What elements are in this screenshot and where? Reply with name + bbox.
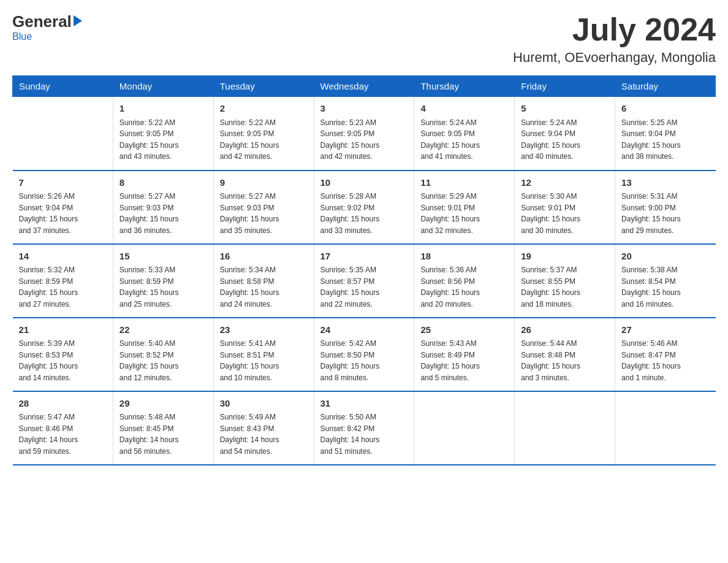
calendar-cell: 29Sunrise: 5:48 AM Sunset: 8:45 PM Dayli… [113,391,213,465]
calendar-cell: 16Sunrise: 5:34 AM Sunset: 8:58 PM Dayli… [213,244,314,318]
day-number: 22 [119,323,207,337]
day-info: Sunrise: 5:37 AM Sunset: 8:55 PM Dayligh… [521,264,609,310]
day-number: 17 [320,250,408,264]
day-number: 21 [19,323,107,337]
calendar-table: SundayMondayTuesdayWednesdayThursdayFrid… [12,75,716,465]
day-number: 4 [420,102,508,116]
calendar-cell: 27Sunrise: 5:46 AM Sunset: 8:47 PM Dayli… [615,318,716,391]
calendar-cell: 14Sunrise: 5:32 AM Sunset: 8:59 PM Dayli… [13,244,113,318]
weekday-header-sunday: Sunday [13,76,113,97]
calendar-cell: 11Sunrise: 5:29 AM Sunset: 9:01 PM Dayli… [414,170,515,244]
day-number: 8 [119,176,207,190]
day-number: 13 [621,176,709,190]
day-info: Sunrise: 5:43 AM Sunset: 8:49 PM Dayligh… [420,338,508,383]
calendar-cell: 23Sunrise: 5:41 AM Sunset: 8:51 PM Dayli… [213,318,314,391]
day-number: 27 [621,323,709,337]
calendar-cell: 30Sunrise: 5:49 AM Sunset: 8:43 PM Dayli… [213,391,314,465]
day-number: 14 [19,250,107,264]
calendar-cell: 12Sunrise: 5:30 AM Sunset: 9:01 PM Dayli… [515,170,615,244]
day-number: 5 [521,102,609,116]
month-year-title: July 2024 [513,12,716,47]
day-number: 28 [19,397,107,411]
day-number: 9 [220,176,308,190]
day-info: Sunrise: 5:39 AM Sunset: 8:53 PM Dayligh… [19,338,107,383]
day-info: Sunrise: 5:49 AM Sunset: 8:43 PM Dayligh… [220,412,308,457]
day-info: Sunrise: 5:27 AM Sunset: 9:03 PM Dayligh… [119,191,207,236]
weekday-header-monday: Monday [113,76,213,97]
day-info: Sunrise: 5:44 AM Sunset: 8:48 PM Dayligh… [521,338,609,383]
day-number: 12 [521,176,609,190]
calendar-cell: 19Sunrise: 5:37 AM Sunset: 8:55 PM Dayli… [515,244,615,318]
day-number: 6 [621,102,709,116]
logo: General Blue [12,12,82,42]
calendar-cell [13,97,113,170]
day-info: Sunrise: 5:29 AM Sunset: 9:01 PM Dayligh… [420,191,508,236]
calendar-cell: 5Sunrise: 5:24 AM Sunset: 9:04 PM Daylig… [515,97,615,170]
title-block: July 2024 Huremt, OEvoerhangay, Mongolia [513,12,716,66]
calendar-cell: 3Sunrise: 5:23 AM Sunset: 9:05 PM Daylig… [314,97,414,170]
calendar-cell: 26Sunrise: 5:44 AM Sunset: 8:48 PM Dayli… [515,318,615,391]
day-info: Sunrise: 5:42 AM Sunset: 8:50 PM Dayligh… [320,338,408,383]
day-number: 26 [521,323,609,337]
day-number: 18 [420,250,508,264]
calendar-cell: 24Sunrise: 5:42 AM Sunset: 8:50 PM Dayli… [314,318,414,391]
weekday-header-friday: Friday [515,76,615,97]
day-number: 10 [320,176,408,190]
day-number: 23 [220,323,308,337]
calendar-cell [615,391,716,465]
weekday-header-thursday: Thursday [414,76,515,97]
day-info: Sunrise: 5:31 AM Sunset: 9:00 PM Dayligh… [621,191,709,236]
day-info: Sunrise: 5:48 AM Sunset: 8:45 PM Dayligh… [119,412,207,457]
day-info: Sunrise: 5:46 AM Sunset: 8:47 PM Dayligh… [621,338,709,383]
day-number: 30 [220,397,308,411]
day-number: 20 [621,250,709,264]
calendar-week-row: 28Sunrise: 5:47 AM Sunset: 8:46 PM Dayli… [13,391,716,465]
calendar-cell: 31Sunrise: 5:50 AM Sunset: 8:42 PM Dayli… [314,391,414,465]
calendar-cell: 22Sunrise: 5:40 AM Sunset: 8:52 PM Dayli… [113,318,213,391]
day-number: 3 [320,102,408,116]
calendar-cell [414,391,515,465]
day-info: Sunrise: 5:28 AM Sunset: 9:02 PM Dayligh… [320,191,408,236]
day-number: 7 [19,176,107,190]
calendar-cell: 8Sunrise: 5:27 AM Sunset: 9:03 PM Daylig… [113,170,213,244]
weekday-header-tuesday: Tuesday [213,76,314,97]
day-number: 19 [521,250,609,264]
calendar-cell: 15Sunrise: 5:33 AM Sunset: 8:59 PM Dayli… [113,244,213,318]
calendar-cell: 20Sunrise: 5:38 AM Sunset: 8:54 PM Dayli… [615,244,716,318]
calendar-week-row: 21Sunrise: 5:39 AM Sunset: 8:53 PM Dayli… [13,318,716,391]
logo-general-text: General [12,12,72,31]
day-number: 16 [220,250,308,264]
day-info: Sunrise: 5:22 AM Sunset: 9:05 PM Dayligh… [119,117,207,163]
day-info: Sunrise: 5:27 AM Sunset: 9:03 PM Dayligh… [220,191,308,236]
day-info: Sunrise: 5:38 AM Sunset: 8:54 PM Dayligh… [621,264,709,310]
calendar-week-row: 1Sunrise: 5:22 AM Sunset: 9:05 PM Daylig… [13,97,716,170]
day-info: Sunrise: 5:22 AM Sunset: 9:05 PM Dayligh… [220,117,308,163]
page-header: General Blue July 2024 Huremt, OEvoerhan… [12,12,716,66]
calendar-cell: 21Sunrise: 5:39 AM Sunset: 8:53 PM Dayli… [13,318,113,391]
day-info: Sunrise: 5:24 AM Sunset: 9:05 PM Dayligh… [420,117,508,163]
calendar-week-row: 7Sunrise: 5:26 AM Sunset: 9:04 PM Daylig… [13,170,716,244]
calendar-cell: 6Sunrise: 5:25 AM Sunset: 9:04 PM Daylig… [615,97,716,170]
weekday-header-row: SundayMondayTuesdayWednesdayThursdayFrid… [13,76,716,97]
calendar-cell: 10Sunrise: 5:28 AM Sunset: 9:02 PM Dayli… [314,170,414,244]
calendar-cell: 1Sunrise: 5:22 AM Sunset: 9:05 PM Daylig… [113,97,213,170]
day-number: 24 [320,323,408,337]
calendar-cell: 7Sunrise: 5:26 AM Sunset: 9:04 PM Daylig… [13,170,113,244]
weekday-header-wednesday: Wednesday [314,76,414,97]
calendar-cell [515,391,615,465]
logo-triangle-icon [74,15,82,26]
day-info: Sunrise: 5:24 AM Sunset: 9:04 PM Dayligh… [521,117,609,163]
calendar-cell: 2Sunrise: 5:22 AM Sunset: 9:05 PM Daylig… [213,97,314,170]
calendar-cell: 17Sunrise: 5:35 AM Sunset: 8:57 PM Dayli… [314,244,414,318]
logo-blue-text: Blue [12,31,32,42]
day-info: Sunrise: 5:35 AM Sunset: 8:57 PM Dayligh… [320,264,408,310]
day-info: Sunrise: 5:40 AM Sunset: 8:52 PM Dayligh… [119,338,207,383]
calendar-cell: 18Sunrise: 5:36 AM Sunset: 8:56 PM Dayli… [414,244,515,318]
day-number: 1 [119,102,207,116]
calendar-cell: 28Sunrise: 5:47 AM Sunset: 8:46 PM Dayli… [13,391,113,465]
calendar-cell: 4Sunrise: 5:24 AM Sunset: 9:05 PM Daylig… [414,97,515,170]
day-number: 2 [220,102,308,116]
calendar-cell: 13Sunrise: 5:31 AM Sunset: 9:00 PM Dayli… [615,170,716,244]
day-info: Sunrise: 5:25 AM Sunset: 9:04 PM Dayligh… [621,117,709,163]
day-info: Sunrise: 5:34 AM Sunset: 8:58 PM Dayligh… [220,264,308,310]
